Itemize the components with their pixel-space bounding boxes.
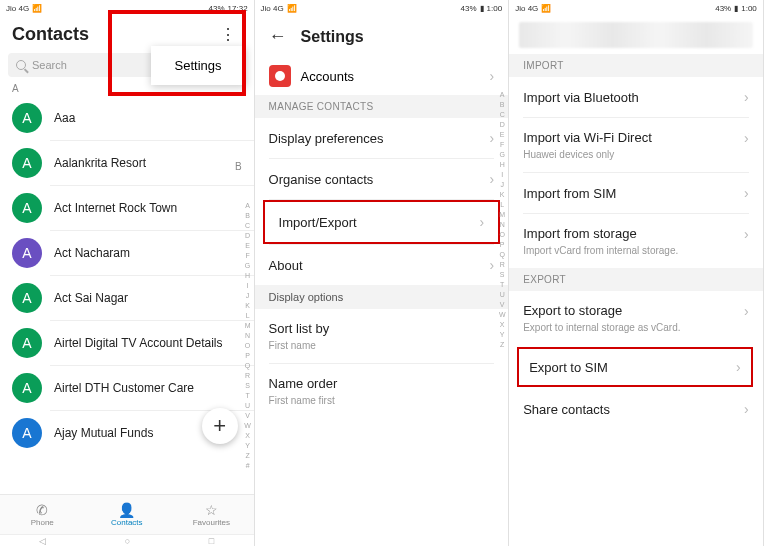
chevron-right-icon: ›	[490, 257, 495, 273]
time-label: 1:00	[487, 4, 503, 13]
overflow-menu-icon[interactable]: ⋮	[214, 27, 242, 43]
highlight-box-import-export: Import/Export›	[263, 200, 501, 244]
name-order-row[interactable]: Name order First name first	[255, 364, 509, 418]
chevron-right-icon: ›	[744, 130, 749, 146]
battery-text: 43%	[461, 4, 477, 13]
battery-text: 43%	[715, 4, 731, 13]
contact-name: Act Internet Rock Town	[54, 201, 177, 215]
signal-icon: 📶	[32, 4, 42, 13]
settings-screen: Jio 4G📶 43% ▮ 1:00 ← Settings Accounts ›…	[255, 0, 510, 546]
contact-row[interactable]: AAaa	[0, 96, 254, 140]
contact-row[interactable]: AAirtel DTH Customer Care	[0, 366, 254, 410]
avatar: A	[12, 283, 42, 313]
chevron-right-icon: ›	[736, 359, 741, 375]
search-placeholder: Search	[32, 59, 67, 71]
section-manage-contacts: MANAGE CONTACTS	[255, 95, 509, 118]
export-sim-row[interactable]: Export to SIM›	[519, 349, 751, 385]
sort-list-by-row[interactable]: Sort list by First name	[255, 309, 509, 363]
avatar: A	[12, 328, 42, 358]
blurred-title	[519, 22, 753, 48]
section-import: IMPORT	[509, 54, 763, 77]
contact-row[interactable]: AAirtel Digital TV Account Details	[0, 321, 254, 365]
battery-text: 43%	[209, 4, 225, 13]
battery-icon: ▮	[734, 4, 738, 13]
signal-icon: 📶	[287, 4, 297, 13]
avatar: A	[12, 103, 42, 133]
import-bluetooth-row[interactable]: Import via Bluetooth›	[509, 77, 763, 117]
overflow-menu-item-settings[interactable]: Settings	[151, 46, 246, 85]
contact-name: Airtel DTH Customer Care	[54, 381, 194, 395]
contacts-screen: Jio 4G📶 43%17:32 Contacts ⋮ Search Setti…	[0, 0, 255, 546]
section-export: EXPORT	[509, 268, 763, 291]
import-export-screen: Jio 4G📶 43% ▮ 1:00 IMPORT Import via Blu…	[509, 0, 764, 546]
carrier-label: Jio 4G	[515, 4, 538, 13]
organise-contacts-row[interactable]: Organise contacts›	[255, 159, 509, 199]
chevron-right-icon: ›	[744, 185, 749, 201]
chevron-right-icon: ›	[744, 303, 749, 319]
about-row[interactable]: About›	[255, 245, 509, 285]
recent-icon[interactable]: □	[209, 536, 214, 546]
carrier-label: Jio 4G	[6, 4, 29, 13]
display-preferences-row[interactable]: Display preferences›	[255, 118, 509, 158]
status-bar: Jio 4G📶 43% ▮ 1:00	[509, 0, 763, 16]
status-bar: Jio 4G📶 43% ▮ 1:00	[255, 0, 509, 16]
nav-favourites[interactable]: ☆Favourites	[169, 495, 254, 534]
chevron-right-icon: ›	[490, 68, 495, 84]
contact-name: Act Nacharam	[54, 246, 130, 260]
page-title: Contacts	[12, 24, 89, 45]
status-bar: Jio 4G📶 43%17:32	[0, 0, 254, 16]
search-icon	[16, 60, 26, 70]
time-label: 1:00	[741, 4, 757, 13]
contact-name: Aalankrita Resort	[54, 156, 146, 170]
contact-name: Ajay Mutual Funds	[54, 426, 153, 440]
avatar: A	[12, 193, 42, 223]
highlight-box-export-sim: Export to SIM›	[517, 347, 753, 387]
contact-row[interactable]: AAct Internet Rock Town	[0, 186, 254, 230]
contact-name: Aaa	[54, 111, 75, 125]
import-wifi-row[interactable]: Import via Wi-Fi DirectHuawei devices on…	[509, 118, 763, 172]
accounts-icon	[269, 65, 291, 87]
signal-icon: 📶	[541, 4, 551, 13]
accounts-label: Accounts	[301, 69, 354, 84]
contact-row[interactable]: AAct Sai Nagar	[0, 276, 254, 320]
contacts-icon: 👤	[118, 503, 135, 517]
export-storage-row[interactable]: Export to storageExport to internal stor…	[509, 291, 763, 345]
avatar: A	[12, 373, 42, 403]
contact-row[interactable]: AAct Nacharam	[0, 231, 254, 275]
contact-name: Airtel Digital TV Account Details	[54, 336, 223, 350]
section-header-b: B	[235, 161, 242, 172]
system-nav: ◁○□	[0, 534, 254, 546]
contact-name: Act Sai Nagar	[54, 291, 128, 305]
alphabet-index[interactable]: ABCDEFGHIJKLMNOPQRSTUVWXYZ#	[243, 201, 253, 471]
avatar: A	[12, 148, 42, 178]
battery-icon: ▮	[480, 4, 484, 13]
nav-phone[interactable]: ✆Phone	[0, 495, 85, 534]
chevron-right-icon: ›	[744, 226, 749, 242]
page-title: Settings	[301, 28, 364, 46]
avatar: A	[12, 238, 42, 268]
chevron-right-icon: ›	[480, 214, 485, 230]
nav-contacts[interactable]: 👤Contacts	[85, 495, 170, 534]
contact-row[interactable]: AAalankrita Resort	[0, 141, 254, 185]
phone-icon: ✆	[36, 503, 48, 517]
chevron-right-icon: ›	[490, 130, 495, 146]
time-label: 17:32	[228, 4, 248, 13]
accounts-row[interactable]: Accounts ›	[255, 57, 509, 95]
import-storage-row[interactable]: Import from storageImport vCard from int…	[509, 214, 763, 268]
alphabet-index[interactable]: ABCDEFGHIJKLMNOPQRSTUVWXYZ	[497, 90, 507, 350]
add-contact-button[interactable]: +	[202, 408, 238, 444]
avatar: A	[12, 418, 42, 448]
chevron-right-icon: ›	[490, 171, 495, 187]
carrier-label: Jio 4G	[261, 4, 284, 13]
back-icon[interactable]: ◁	[39, 536, 46, 546]
import-export-row[interactable]: Import/Export›	[265, 202, 499, 242]
back-button[interactable]: ←	[269, 26, 287, 47]
section-display-options: Display options	[255, 285, 509, 309]
import-sim-row[interactable]: Import from SIM›	[509, 173, 763, 213]
chevron-right-icon: ›	[744, 89, 749, 105]
bottom-nav: ✆Phone 👤Contacts ☆Favourites	[0, 494, 254, 534]
home-icon[interactable]: ○	[125, 536, 130, 546]
chevron-right-icon: ›	[744, 401, 749, 417]
star-icon: ☆	[205, 503, 218, 517]
share-contacts-row[interactable]: Share contacts›	[509, 389, 763, 429]
